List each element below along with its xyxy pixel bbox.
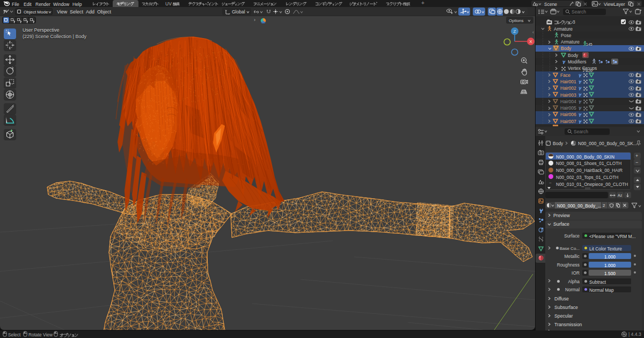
svg-text:Z: Z [514, 29, 516, 34]
svg-text:X: X [529, 39, 532, 44]
